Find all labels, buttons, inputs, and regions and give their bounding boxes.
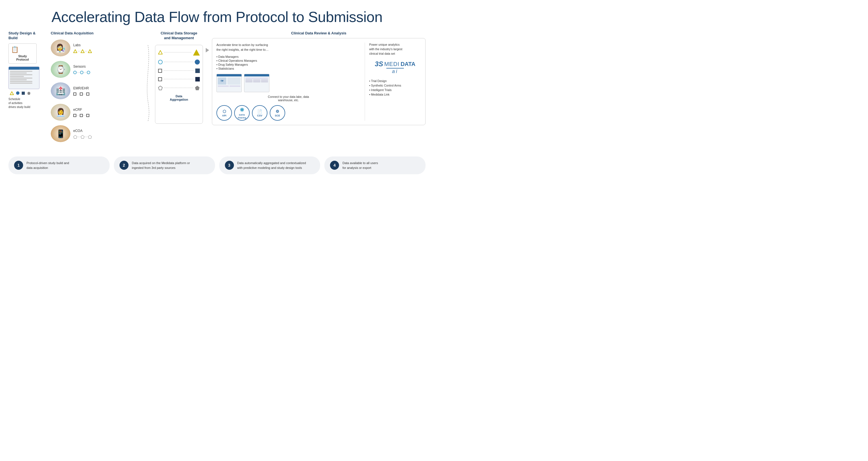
review-description: Accelerate time to action by surfacing t… <box>216 42 361 52</box>
storage-square-outline-1 <box>158 69 162 73</box>
sensors-label: Sensors <box>73 64 90 68</box>
labs-info: Labs <box>73 43 92 53</box>
labs-label: Labs <box>73 43 92 47</box>
step-3-text: Data automatically aggregated and contex… <box>237 161 306 170</box>
medidata-ai-text: ai <box>386 68 404 75</box>
sensors-photo: ⌚ <box>51 61 70 78</box>
screen-line <box>10 71 32 72</box>
storage-square-outline-2 <box>158 77 162 81</box>
ecrf-square-1 <box>73 114 76 117</box>
storage-card: Data Aggregation <box>155 45 203 124</box>
screen-content <box>9 70 39 85</box>
storage-column: Clinical Data Storage and Management <box>155 31 203 124</box>
study-design-column: Study Design & Build 📋 Study Protocol <box>8 31 48 109</box>
storage-triangle-filled <box>193 49 200 56</box>
ecrf-square-3 <box>86 114 89 117</box>
ecoa-info: eCOA <box>73 129 92 139</box>
ecoa-shapes <box>73 135 92 139</box>
integration-icons: ⬡ API ❋ DATASharing 📄 CSV ⚙ SCE <box>216 105 361 121</box>
sensors-row: ⌚ Sensors <box>51 61 141 78</box>
bullet-drug-safety: Drug Safety Managers <box>216 63 361 66</box>
api-label: API <box>222 114 226 117</box>
svg-marker-1 <box>27 92 30 95</box>
ecrf-label: eCRF <box>73 108 89 112</box>
storage-title: Clinical Data Storage and Management <box>155 31 203 40</box>
step-1-number: 1 <box>14 161 23 170</box>
pentagon-gray-icon <box>27 91 31 95</box>
data-aggregation-label: Data Aggregation <box>158 94 200 101</box>
storage-triangle-outline <box>158 50 163 54</box>
svg-marker-3 <box>81 50 84 53</box>
protocol-icon: 📋 <box>11 46 34 53</box>
bullet-medidata-link: Medidata Link <box>369 92 421 97</box>
review-card: Accelerate time to action by surfacing t… <box>212 38 426 125</box>
data-sharing-label: DATASharing <box>238 114 246 119</box>
csv-icon: 📄 <box>257 109 262 114</box>
labs-triangle-2 <box>81 49 85 53</box>
emr-square-1 <box>73 92 76 95</box>
ecoa-label: eCOA <box>73 129 92 133</box>
review-right-panel: Power unique analytics with the industry… <box>365 42 421 121</box>
emr-square-2 <box>80 92 83 95</box>
labs-row: 👩‍🔬 Labs <box>51 39 141 56</box>
storage-square-filled-1 <box>195 68 200 73</box>
api-icon: ⬡ <box>223 109 226 114</box>
storage-square-filled-2 <box>195 77 200 82</box>
review-title: Clinical Data Review & Analysis <box>212 31 426 35</box>
storage-pentagon-outline <box>158 86 163 90</box>
emr-label: EMR/EHR <box>73 86 89 90</box>
svg-marker-5 <box>73 135 77 139</box>
svg-marker-8 <box>158 51 162 54</box>
acquisition-title: Clinical Data Acquisition <box>51 31 141 35</box>
study-design-title: Study Design & Build <box>8 31 48 40</box>
ecoa-pentagon-1 <box>73 135 77 139</box>
step-3-number: 3 <box>225 161 234 170</box>
api-circle: ⬡ API <box>216 105 232 121</box>
ecrf-info: eCRF <box>73 108 89 117</box>
emr-square-3 <box>86 92 89 95</box>
svg-marker-7 <box>88 135 92 139</box>
medidata-data-text: DATA <box>400 61 415 67</box>
sce-label: SCE <box>275 114 280 117</box>
step-2-card: 2 Data acquired on the Medidata platform… <box>114 156 215 174</box>
step-1-text: Protocol-driven study build and data acq… <box>27 161 69 170</box>
storage-circle-outline <box>158 60 163 64</box>
sce-circle: ⚙ SCE <box>270 105 285 121</box>
screen-line <box>10 76 24 77</box>
step-1-card: 1 Protocol-driven study build and data a… <box>8 156 110 174</box>
ecrf-shapes <box>73 114 89 117</box>
data-sharing-circle: ❋ DATASharing <box>234 105 250 121</box>
svg-marker-9 <box>158 86 162 90</box>
ecoa-pentagon-3 <box>88 135 92 139</box>
bullet-statisticians: Statisticians <box>216 66 361 70</box>
study-protocol-box: 📋 Study Protocol <box>8 44 37 64</box>
curve-connector-svg <box>144 39 152 124</box>
step-3-card: 3 Data automatically aggregated and cont… <box>219 156 320 174</box>
csv-circle: 📄 CSV <box>252 105 268 121</box>
step-4-number: 4 <box>330 161 339 170</box>
data-sharing-icon: ❋ <box>240 107 244 113</box>
medidata-logo: 3S MEDI DATA ai <box>369 60 421 75</box>
protocol-label: Study Protocol <box>11 54 34 61</box>
storage-triangle-row <box>158 49 200 56</box>
sensors-circle-3 <box>87 71 90 74</box>
storage-square1-row <box>158 68 200 73</box>
screen-mock-2 <box>244 74 270 92</box>
labs-triangle-1 <box>73 49 77 53</box>
emr-photo: 🏥 <box>51 82 70 99</box>
storage-circle-filled <box>195 59 200 64</box>
analytics-description: Power unique analytics with the industry… <box>369 42 421 56</box>
storage-pentagon-filled <box>195 85 200 90</box>
storage-pentagon-row <box>158 85 200 90</box>
labs-triangle-3 <box>88 49 92 53</box>
emr-row: 🏥 EMR/EHR <box>51 82 141 99</box>
sensors-shapes <box>73 71 90 74</box>
screen-line <box>10 73 27 74</box>
acquisition-to-storage-connector <box>144 31 152 124</box>
bullet-synthetic-control: Synthetic Control Arms <box>369 83 421 88</box>
csv-label: CSV <box>257 114 262 117</box>
schedule-text: Schedule of activities drives study buil… <box>8 97 48 109</box>
storage-square2-row <box>158 77 200 82</box>
ecrf-square-2 <box>80 114 83 117</box>
review-left-panel: Accelerate time to action by surfacing t… <box>216 42 361 121</box>
